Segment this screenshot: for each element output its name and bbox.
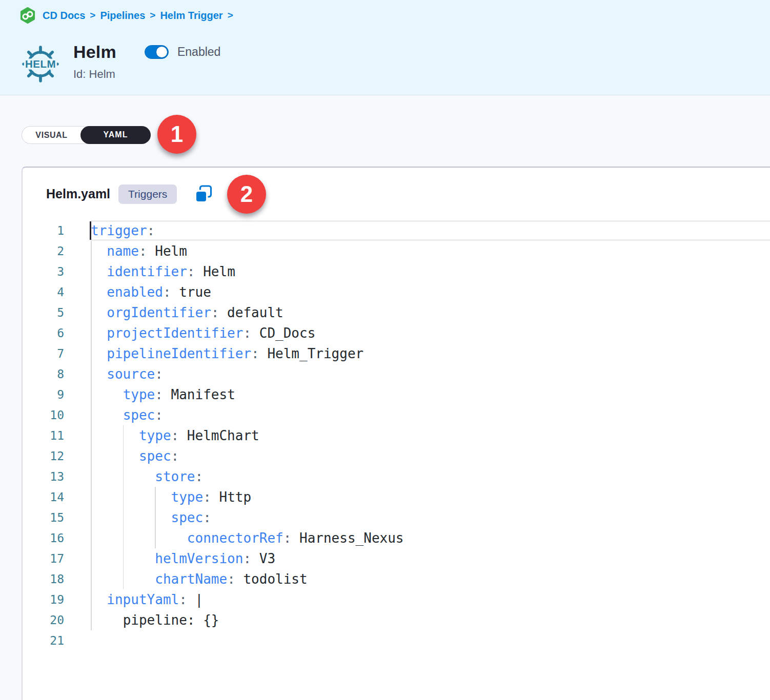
breadcrumb: CD Docs > Pipelines > Helm Trigger > [19,7,238,24]
annotation-badge-1: 1 [157,115,196,154]
line-number: 3 [23,261,91,282]
code-text: name: Helm [91,241,187,261]
copy-yaml-button[interactable] [194,184,213,204]
helm-logo-icon: HELM [21,41,60,86]
text-cursor [90,221,91,240]
enabled-label: Enabled [177,45,220,59]
indent-guide [123,425,124,589]
view-mode-toggle: VISUAL YAML [22,126,150,144]
code-text: pipelineIdentifier: Helm_Trigger [91,343,363,364]
code-line-19[interactable]: 19 inputYaml: | [23,589,770,610]
page-header: CD Docs > Pipelines > Helm Trigger > HEL… [0,0,770,95]
code-text: source: [91,364,163,384]
trigger-id: Id: Helm [73,68,220,81]
line-number: 13 [23,466,91,487]
line-number: 9 [23,384,91,405]
copy-icon [194,184,213,204]
code-line-10[interactable]: 10 spec: [23,405,770,425]
line-number: 11 [23,425,91,446]
code-line-17[interactable]: 17 helmVersion: V3 [23,548,770,569]
yaml-code-editor[interactable]: 1trigger:2 name: Helm3 identifier: Helm4… [23,220,770,651]
line-number: 21 [23,630,91,651]
code-text: store: [91,466,203,487]
code-text: orgIdentifier: default [91,302,283,323]
code-line-12[interactable]: 12 spec: [23,446,770,466]
code-text: spec: [91,446,179,466]
code-line-5[interactable]: 5 orgIdentifier: default [23,302,770,323]
line-number: 8 [23,364,91,384]
line-number: 6 [23,323,91,343]
line-number: 2 [23,241,91,261]
breadcrumb-item-helm-trigger[interactable]: Helm Trigger [160,10,222,22]
line-number: 10 [23,405,91,425]
line-number: 12 [23,446,91,466]
breadcrumb-item-cd-docs[interactable]: CD Docs [43,10,85,22]
line-number: 19 [23,589,91,610]
indent-guide [155,487,156,548]
code-line-8[interactable]: 8 source: [23,364,770,384]
line-number: 18 [23,569,91,589]
line-number: 5 [23,302,91,323]
code-text: identifier: Helm [91,261,235,282]
code-text: inputYaml: | [91,589,203,610]
code-line-6[interactable]: 6 projectIdentifier: CD_Docs [23,323,770,343]
code-line-1[interactable]: 1trigger: [23,220,770,241]
code-text: spec: [91,405,163,425]
code-text: connectorRef: Harness_Nexus [91,528,404,548]
code-text: type: Http [91,487,251,507]
line-number: 16 [23,528,91,548]
toggle-knob [156,47,167,57]
code-line-3[interactable]: 3 identifier: Helm [23,261,770,282]
annotation-badge-2: 2 [227,175,266,214]
page: CD Docs > Pipelines > Helm Trigger > HEL… [0,0,770,700]
code-line-9[interactable]: 9 type: Manifest [23,384,770,405]
code-text: type: HelmChart [91,425,259,446]
breadcrumb-separator: > [228,10,233,21]
code-line-13[interactable]: 13 store: [23,466,770,487]
breadcrumb-separator: > [90,10,95,21]
line-number: 17 [23,548,91,569]
code-text: type: Manifest [91,384,235,405]
code-line-18[interactable]: 18 chartName: todolist [23,569,770,589]
code-line-20[interactable]: 20 pipeline: {} [23,610,770,630]
code-text: spec: [91,507,211,528]
line-number: 14 [23,487,91,507]
code-line-15[interactable]: 15 spec: [23,507,770,528]
code-line-2[interactable]: 2 name: Helm [23,241,770,261]
editor-header: Helm.yaml Triggers 2 [23,168,770,220]
tab-yaml[interactable]: YAML [80,126,151,144]
cd-module-icon [19,7,36,24]
line-number: 15 [23,507,91,528]
code-line-11[interactable]: 11 type: HelmChart [23,425,770,446]
code-text: projectIdentifier: CD_Docs [91,323,315,343]
code-text: trigger: [91,220,155,241]
line-number: 4 [23,282,91,302]
page-title: Helm [73,42,116,62]
code-text: pipeline: {} [91,610,219,630]
file-name: Helm.yaml [46,187,110,201]
breadcrumb-item-pipelines[interactable]: Pipelines [100,10,145,22]
code-line-14[interactable]: 14 type: Http [23,487,770,507]
triggers-badge: Triggers [118,184,177,204]
code-line-7[interactable]: 7 pipelineIdentifier: Helm_Trigger [23,343,770,364]
code-text: enabled: true [91,282,211,302]
code-line-21[interactable]: 21 [23,630,770,651]
svg-text:HELM: HELM [25,58,56,70]
code-line-4[interactable]: 4 enabled: true [23,282,770,302]
breadcrumb-separator: > [150,10,155,21]
yaml-editor-panel: Helm.yaml Triggers 2 1trigger:2 name: He… [22,167,770,700]
line-number: 20 [23,610,91,630]
line-number: 7 [23,343,91,364]
enabled-toggle[interactable] [145,45,169,59]
code-text: helmVersion: V3 [91,548,275,569]
line-number: 1 [23,220,91,241]
indent-guide [91,241,92,630]
tab-visual[interactable]: VISUAL [22,127,81,143]
code-line-16[interactable]: 16 connectorRef: Harness_Nexus [23,528,770,548]
